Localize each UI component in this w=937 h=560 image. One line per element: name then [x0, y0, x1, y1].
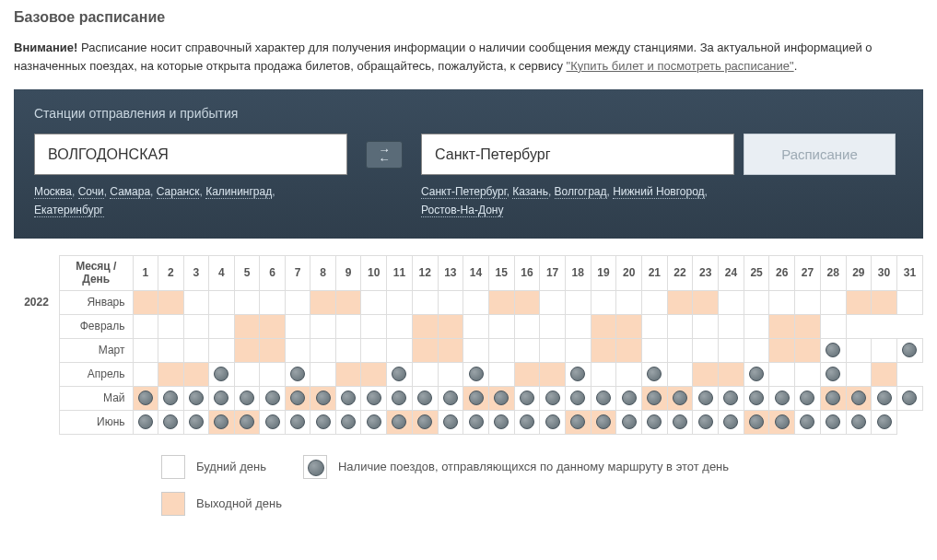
day-cell	[667, 386, 693, 410]
quick-link[interactable]: Ростов-На-Дону	[421, 204, 503, 217]
train-dot-icon	[316, 391, 331, 405]
day-cell	[820, 290, 846, 314]
day-cell	[335, 314, 361, 338]
day-header: 9	[335, 255, 361, 290]
page-title: Базовое расписание	[14, 9, 923, 26]
day-cell	[795, 314, 821, 338]
day-cell	[209, 386, 235, 410]
day-cell	[769, 410, 795, 434]
quick-link[interactable]: Волгоград	[555, 185, 607, 199]
train-dot-icon	[596, 391, 611, 405]
day-cell	[540, 362, 566, 386]
quick-link[interactable]: Саранск	[157, 185, 200, 199]
day-cell	[616, 362, 642, 386]
train-dot-icon	[826, 343, 840, 357]
day-cell	[591, 362, 616, 386]
day-cell	[488, 362, 514, 386]
day-header: 19	[591, 255, 616, 290]
day-header: 3	[183, 255, 209, 290]
train-dot-icon	[189, 391, 204, 405]
schedule-button[interactable]: Расписание	[744, 134, 896, 175]
train-dot-icon	[494, 391, 509, 405]
quick-link[interactable]: Самара	[110, 185, 150, 199]
day-cell	[795, 410, 821, 434]
day-cell	[310, 314, 336, 338]
day-header: 23	[693, 255, 719, 290]
month-label: Май	[60, 386, 134, 410]
legend-work-box	[161, 455, 185, 479]
day-cell	[183, 290, 209, 314]
day-cell	[463, 314, 489, 338]
day-cell	[133, 410, 158, 434]
train-dot-icon	[851, 414, 866, 429]
day-header: 12	[412, 255, 438, 290]
day-cell	[133, 362, 158, 386]
train-dot-icon	[367, 391, 381, 405]
from-station-input[interactable]	[34, 134, 347, 175]
train-dot-icon	[622, 391, 637, 405]
day-header: 29	[846, 255, 872, 290]
day-cell	[514, 338, 540, 362]
day-cell	[846, 314, 872, 338]
quick-link[interactable]: Нижний Новгород	[613, 185, 704, 199]
day-cell	[514, 314, 540, 338]
legend-train-box	[303, 455, 327, 479]
month-label: Июнь	[60, 410, 134, 434]
train-dot-icon	[443, 414, 458, 429]
day-cell	[565, 410, 591, 434]
train-dot-icon	[138, 391, 153, 405]
day-cell	[846, 290, 872, 314]
day-cell	[438, 338, 463, 362]
legend-work-label: Будний день	[196, 460, 266, 473]
day-cell	[820, 338, 846, 362]
day-cell	[158, 362, 184, 386]
day-header: 15	[488, 255, 514, 290]
day-cell	[514, 410, 540, 434]
train-dot-icon	[749, 367, 764, 381]
train-dot-icon	[417, 391, 432, 405]
day-cell	[438, 410, 463, 434]
train-dot-icon	[673, 414, 687, 429]
day-cell	[820, 362, 846, 386]
day-cell	[693, 362, 719, 386]
quick-link[interactable]: Екатеринбург	[34, 204, 104, 217]
day-cell	[285, 338, 310, 362]
quick-link[interactable]: Калининград	[205, 185, 272, 199]
day-header: 17	[540, 255, 566, 290]
day-cell	[310, 362, 336, 386]
train-dot-icon	[902, 343, 917, 357]
notice-link[interactable]: "Купить билет и посмотреть расписание"	[567, 59, 794, 73]
train-dot-icon	[469, 414, 484, 429]
month-label: Апрель	[60, 362, 134, 386]
quick-link[interactable]: Москва	[34, 185, 72, 199]
swap-button[interactable]: → ←	[366, 141, 403, 169]
day-cell	[667, 362, 693, 386]
day-cell	[133, 290, 158, 314]
day-cell	[488, 290, 514, 314]
quick-to-links: Санкт-Петербург, Казань, Волгоград, Нижн…	[421, 182, 734, 220]
quick-link[interactable]: Казань	[512, 185, 548, 199]
train-dot-icon	[367, 414, 381, 429]
train-dot-icon	[622, 414, 637, 429]
day-cell	[412, 338, 438, 362]
train-dot-icon	[826, 391, 840, 405]
quick-link[interactable]: Санкт-Петербург	[421, 185, 507, 199]
day-cell	[361, 410, 387, 434]
day-header: 4	[209, 255, 235, 290]
day-cell	[642, 386, 668, 410]
day-cell	[335, 410, 361, 434]
day-cell	[744, 314, 769, 338]
to-station-input[interactable]	[421, 134, 734, 175]
train-dot-icon	[800, 391, 814, 405]
day-cell	[744, 290, 769, 314]
day-cell	[387, 290, 413, 314]
train-dot-icon	[265, 414, 280, 429]
day-cell	[591, 290, 616, 314]
day-cell	[361, 362, 387, 386]
day-cell	[820, 314, 846, 338]
day-header: 31	[896, 255, 922, 290]
day-cell	[310, 338, 336, 362]
legend-weekend-box	[161, 492, 185, 516]
day-cell	[591, 338, 616, 362]
quick-link[interactable]: Сочи	[78, 185, 104, 199]
